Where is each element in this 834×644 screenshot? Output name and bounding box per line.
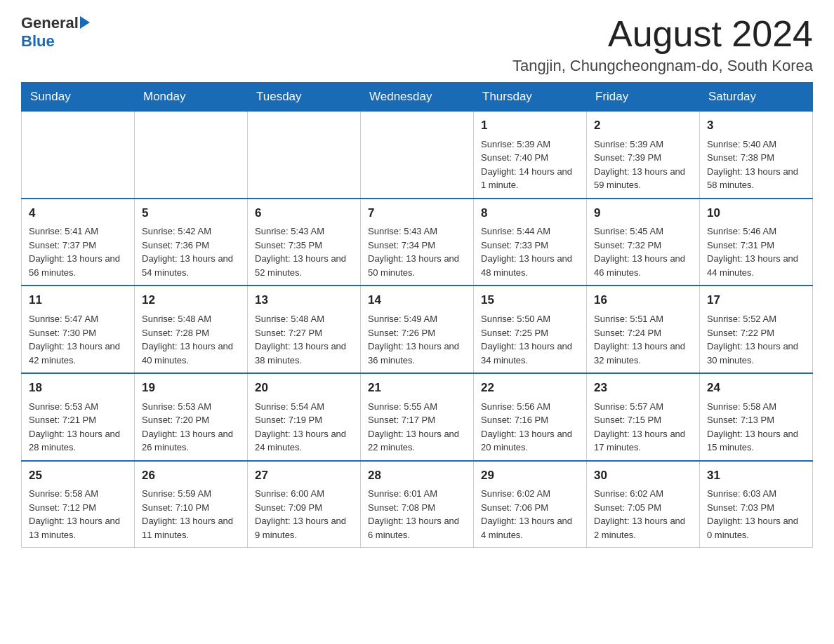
calendar-week-row: 11Sunrise: 5:47 AM Sunset: 7:30 PM Dayli… [22, 286, 813, 373]
day-number: 11 [29, 292, 127, 309]
logo-blue: Blue [21, 32, 55, 50]
day-number: 22 [481, 380, 579, 397]
calendar-day-cell: 21Sunrise: 5:55 AM Sunset: 7:17 PM Dayli… [361, 373, 474, 461]
calendar-day-cell: 4Sunrise: 5:41 AM Sunset: 7:37 PM Daylig… [22, 199, 135, 286]
calendar-day-cell: 12Sunrise: 5:48 AM Sunset: 7:28 PM Dayli… [135, 286, 248, 373]
day-info: Sunrise: 6:02 AM Sunset: 7:06 PM Dayligh… [481, 487, 579, 542]
day-number: 10 [707, 205, 805, 222]
calendar-day-cell: 9Sunrise: 5:45 AM Sunset: 7:32 PM Daylig… [587, 199, 700, 286]
day-info: Sunrise: 5:49 AM Sunset: 7:26 PM Dayligh… [368, 312, 466, 367]
calendar-day-cell: 15Sunrise: 5:50 AM Sunset: 7:25 PM Dayli… [474, 286, 587, 373]
logo-general: General [21, 14, 79, 32]
day-info: Sunrise: 5:54 AM Sunset: 7:19 PM Dayligh… [255, 400, 353, 455]
day-info: Sunrise: 5:48 AM Sunset: 7:28 PM Dayligh… [142, 312, 240, 367]
header-tuesday: Tuesday [248, 83, 361, 112]
day-info: Sunrise: 5:40 AM Sunset: 7:38 PM Dayligh… [707, 137, 805, 192]
calendar-day-cell: 28Sunrise: 6:01 AM Sunset: 7:08 PM Dayli… [361, 461, 474, 548]
header-wednesday: Wednesday [361, 83, 474, 112]
day-number: 14 [368, 292, 466, 309]
calendar-day-cell: 24Sunrise: 5:58 AM Sunset: 7:13 PM Dayli… [700, 373, 813, 461]
calendar-day-cell: 16Sunrise: 5:51 AM Sunset: 7:24 PM Dayli… [587, 286, 700, 373]
day-number: 26 [142, 467, 240, 485]
calendar-day-cell: 29Sunrise: 6:02 AM Sunset: 7:06 PM Dayli… [474, 461, 587, 548]
day-info: Sunrise: 5:42 AM Sunset: 7:36 PM Dayligh… [142, 224, 240, 279]
day-info: Sunrise: 5:57 AM Sunset: 7:15 PM Dayligh… [594, 400, 692, 455]
day-info: Sunrise: 5:53 AM Sunset: 7:21 PM Dayligh… [29, 400, 127, 455]
calendar-day-cell: 25Sunrise: 5:58 AM Sunset: 7:12 PM Dayli… [22, 461, 135, 548]
day-number: 31 [707, 467, 805, 485]
calendar-table: SundayMondayTuesdayWednesdayThursdayFrid… [21, 82, 813, 548]
header-sunday: Sunday [22, 83, 135, 112]
day-number: 24 [707, 380, 805, 397]
calendar-day-cell: 5Sunrise: 5:42 AM Sunset: 7:36 PM Daylig… [135, 199, 248, 286]
calendar-day-cell: 31Sunrise: 6:03 AM Sunset: 7:03 PM Dayli… [700, 461, 813, 548]
header-thursday: Thursday [474, 83, 587, 112]
day-info: Sunrise: 5:46 AM Sunset: 7:31 PM Dayligh… [707, 224, 805, 279]
calendar-day-cell: 7Sunrise: 5:43 AM Sunset: 7:34 PM Daylig… [361, 199, 474, 286]
month-title: August 2024 [512, 14, 813, 54]
calendar-week-row: 4Sunrise: 5:41 AM Sunset: 7:37 PM Daylig… [22, 199, 813, 286]
header-monday: Monday [135, 83, 248, 112]
calendar-day-cell: 19Sunrise: 5:53 AM Sunset: 7:20 PM Dayli… [135, 373, 248, 461]
calendar-day-cell: 1Sunrise: 5:39 AM Sunset: 7:40 PM Daylig… [474, 112, 587, 199]
calendar-week-row: 18Sunrise: 5:53 AM Sunset: 7:21 PM Dayli… [22, 373, 813, 461]
calendar-day-cell: 3Sunrise: 5:40 AM Sunset: 7:38 PM Daylig… [700, 112, 813, 199]
day-info: Sunrise: 5:55 AM Sunset: 7:17 PM Dayligh… [368, 400, 466, 455]
calendar-day-cell [22, 112, 135, 199]
day-info: Sunrise: 5:52 AM Sunset: 7:22 PM Dayligh… [707, 312, 805, 367]
day-info: Sunrise: 5:47 AM Sunset: 7:30 PM Dayligh… [29, 312, 127, 367]
day-info: Sunrise: 5:44 AM Sunset: 7:33 PM Dayligh… [481, 224, 579, 279]
day-number: 6 [255, 205, 353, 222]
calendar-day-cell: 18Sunrise: 5:53 AM Sunset: 7:21 PM Dayli… [22, 373, 135, 461]
day-number: 5 [142, 205, 240, 222]
location-subtitle: Tangjin, Chungcheongnam-do, South Korea [512, 57, 813, 75]
day-number: 12 [142, 292, 240, 309]
day-number: 15 [481, 292, 579, 309]
calendar-day-cell: 13Sunrise: 5:48 AM Sunset: 7:27 PM Dayli… [248, 286, 361, 373]
day-info: Sunrise: 5:43 AM Sunset: 7:35 PM Dayligh… [255, 224, 353, 279]
day-number: 1 [481, 117, 579, 135]
calendar-day-cell: 22Sunrise: 5:56 AM Sunset: 7:16 PM Dayli… [474, 373, 587, 461]
day-number: 25 [29, 467, 127, 485]
day-info: Sunrise: 5:51 AM Sunset: 7:24 PM Dayligh… [594, 312, 692, 367]
day-number: 23 [594, 380, 692, 397]
day-info: Sunrise: 5:56 AM Sunset: 7:16 PM Dayligh… [481, 400, 579, 455]
calendar-day-cell [361, 112, 474, 199]
day-info: Sunrise: 5:48 AM Sunset: 7:27 PM Dayligh… [255, 312, 353, 367]
calendar-week-row: 25Sunrise: 5:58 AM Sunset: 7:12 PM Dayli… [22, 461, 813, 548]
calendar-day-cell: 8Sunrise: 5:44 AM Sunset: 7:33 PM Daylig… [474, 199, 587, 286]
day-info: Sunrise: 5:58 AM Sunset: 7:12 PM Dayligh… [29, 487, 127, 542]
day-number: 21 [368, 380, 466, 397]
day-info: Sunrise: 5:41 AM Sunset: 7:37 PM Dayligh… [29, 224, 127, 279]
day-number: 9 [594, 205, 692, 222]
header-saturday: Saturday [700, 83, 813, 112]
calendar-day-cell [248, 112, 361, 199]
day-info: Sunrise: 5:43 AM Sunset: 7:34 PM Dayligh… [368, 224, 466, 279]
calendar-day-cell: 6Sunrise: 5:43 AM Sunset: 7:35 PM Daylig… [248, 199, 361, 286]
day-number: 17 [707, 292, 805, 309]
day-info: Sunrise: 6:01 AM Sunset: 7:08 PM Dayligh… [368, 487, 466, 542]
day-number: 19 [142, 380, 240, 397]
day-number: 18 [29, 380, 127, 397]
logo: General Blue [21, 14, 90, 51]
calendar-day-cell: 17Sunrise: 5:52 AM Sunset: 7:22 PM Dayli… [700, 286, 813, 373]
day-info: Sunrise: 5:45 AM Sunset: 7:32 PM Dayligh… [594, 224, 692, 279]
day-number: 16 [594, 292, 692, 309]
day-number: 2 [594, 117, 692, 135]
calendar-day-cell [135, 112, 248, 199]
calendar-day-cell: 20Sunrise: 5:54 AM Sunset: 7:19 PM Dayli… [248, 373, 361, 461]
calendar-header-row: SundayMondayTuesdayWednesdayThursdayFrid… [22, 83, 813, 112]
day-number: 20 [255, 380, 353, 397]
calendar-day-cell: 10Sunrise: 5:46 AM Sunset: 7:31 PM Dayli… [700, 199, 813, 286]
day-number: 13 [255, 292, 353, 309]
day-number: 4 [29, 205, 127, 222]
day-number: 30 [594, 467, 692, 485]
day-number: 7 [368, 205, 466, 222]
calendar-week-row: 1Sunrise: 5:39 AM Sunset: 7:40 PM Daylig… [22, 112, 813, 199]
day-number: 28 [368, 467, 466, 485]
header-friday: Friday [587, 83, 700, 112]
calendar-day-cell: 30Sunrise: 6:02 AM Sunset: 7:05 PM Dayli… [587, 461, 700, 548]
calendar-day-cell: 26Sunrise: 5:59 AM Sunset: 7:10 PM Dayli… [135, 461, 248, 548]
calendar-day-cell: 14Sunrise: 5:49 AM Sunset: 7:26 PM Dayli… [361, 286, 474, 373]
day-info: Sunrise: 6:03 AM Sunset: 7:03 PM Dayligh… [707, 487, 805, 542]
